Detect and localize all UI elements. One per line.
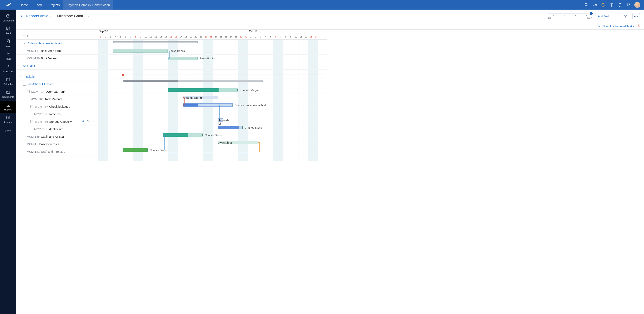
task-title: Brick Veneer bbox=[41, 57, 57, 60]
task-row[interactable]: −MCM-T57Check leakages bbox=[16, 103, 98, 110]
breadcrumb-link[interactable]: Reports view bbox=[26, 14, 48, 18]
drag-handle-icon[interactable]: ⠿ bbox=[92, 119, 95, 124]
task-row[interactable]: MCM-T20Brick Veneer bbox=[16, 55, 98, 62]
nav-finance[interactable]: Finance bbox=[0, 113, 16, 126]
nav-milestones[interactable]: Milestones bbox=[0, 62, 16, 75]
day-label: 11 bbox=[148, 34, 153, 39]
summary-bar[interactable] bbox=[123, 80, 263, 82]
task-row[interactable]: −Insulation bbox=[16, 73, 98, 80]
day-label: 24 bbox=[213, 34, 218, 39]
view-selector[interactable]: Milestone Gantt ▼ bbox=[57, 14, 90, 18]
task-row[interactable]: MCM-T21Draft and Fire stop bbox=[16, 148, 98, 155]
task-row[interactable]: MCM-T5Basement Tiles bbox=[16, 140, 98, 148]
day-label: 6 bbox=[273, 34, 278, 39]
task-row[interactable]: −Exterior Finishes- All tasks bbox=[16, 39, 98, 47]
collapse-toggle[interactable]: − bbox=[27, 90, 30, 93]
timeline[interactable]: Sep '18Oct '18 1234567891011121314151617… bbox=[98, 29, 644, 314]
gantt-bar[interactable]: Avinash M bbox=[218, 141, 258, 144]
app-logo[interactable] bbox=[0, 2, 16, 7]
task-id: MCM-T57 bbox=[35, 105, 48, 108]
day-label: 17 bbox=[178, 34, 183, 39]
add-task-link[interactable]: Add Task bbox=[23, 64, 35, 67]
svg-point-2 bbox=[596, 4, 596, 5]
tab-project-daymart[interactable]: Daymart Complex Construction bbox=[63, 0, 113, 9]
day-label: 6 bbox=[123, 34, 128, 39]
more-button[interactable]: ••• bbox=[632, 13, 640, 19]
task-id: MCM-T72 bbox=[34, 112, 47, 116]
nav-documents[interactable]: Documents bbox=[0, 88, 16, 100]
gamepad-icon[interactable] bbox=[593, 3, 597, 7]
nav-reports[interactable]: Reports bbox=[0, 101, 16, 113]
timeline-row bbox=[98, 62, 328, 70]
task-row[interactable]: MCM-T35Caulk and Air seal bbox=[16, 133, 98, 140]
tab-projects[interactable]: Projects bbox=[45, 0, 63, 9]
nav-feed-label: Feed bbox=[6, 32, 11, 34]
avatar[interactable] bbox=[634, 2, 640, 8]
gantt-bar[interactable]: Charles Stone, Avinash M bbox=[183, 103, 233, 107]
bar-label: Steve Banks bbox=[200, 57, 215, 60]
summary-bar[interactable] bbox=[113, 41, 198, 42]
day-label: 23 bbox=[208, 34, 213, 39]
view-name: Milestone Gantt bbox=[57, 14, 83, 18]
bell-icon[interactable] bbox=[618, 3, 622, 7]
task-id: MCM-T5 bbox=[27, 143, 38, 146]
day-label: 2 bbox=[103, 34, 108, 39]
task-row[interactable]: −Insulation- All tasks bbox=[16, 80, 98, 88]
day-label: 13 bbox=[158, 34, 163, 39]
collapse-toggle[interactable]: − bbox=[30, 105, 33, 108]
task-row[interactable]: MCM-T60Tank Material bbox=[16, 95, 98, 103]
gear-icon[interactable] bbox=[637, 24, 640, 28]
scroll-unscheduled-link[interactable]: Scroll to Unscheduled Tasks bbox=[597, 24, 634, 28]
gantt-bar[interactable]: Charles Stone bbox=[163, 133, 203, 137]
gantt-bar[interactable]: Charles Stone bbox=[123, 148, 148, 152]
task-title: Insulation bbox=[24, 75, 36, 78]
collapse-toggle[interactable]: − bbox=[23, 83, 26, 86]
day-label: 12 bbox=[153, 34, 158, 39]
task-title: Overhead Tank bbox=[46, 90, 65, 93]
filter-button[interactable] bbox=[622, 13, 630, 19]
timeline-row: Charles Stone bbox=[98, 146, 328, 154]
add-task-dropdown[interactable]: ▼ bbox=[613, 15, 619, 17]
collapse-toggle[interactable]: − bbox=[30, 120, 33, 123]
nav-issues[interactable]: Issues bbox=[0, 50, 16, 62]
add-task-button[interactable]: Add Task ▼ bbox=[595, 13, 619, 19]
search-icon[interactable] bbox=[584, 3, 588, 7]
task-row[interactable]: MCM-T17Brick Arch forms bbox=[16, 47, 98, 55]
task-row[interactable]: −MCM-T14Overhead Tank bbox=[16, 88, 98, 95]
zoom-slider[interactable]: FITMAX bbox=[548, 13, 592, 19]
nav-feed[interactable]: Feed bbox=[0, 24, 16, 37]
task-title: Brick Arch forms bbox=[41, 49, 62, 52]
gantt-bar[interactable]: Steve Banks bbox=[168, 57, 198, 60]
collapse-toggle[interactable]: − bbox=[23, 42, 26, 45]
nav-dashboard[interactable]: Dashboard bbox=[0, 12, 16, 24]
gantt-bar[interactable]: Avinash M bbox=[218, 118, 223, 122]
tab-home[interactable]: Home bbox=[16, 0, 31, 9]
timeline-row bbox=[98, 109, 328, 116]
nav-issues-label: Issues bbox=[5, 57, 12, 60]
tools-icon[interactable] bbox=[626, 3, 630, 7]
svg-point-0 bbox=[585, 3, 587, 6]
collapse-toggle[interactable]: − bbox=[19, 75, 22, 78]
day-label: 14 bbox=[163, 34, 168, 39]
back-icon[interactable] bbox=[20, 14, 24, 18]
zoom-knob[interactable] bbox=[590, 12, 593, 15]
gantt-bar[interactable]: Charles Stone bbox=[218, 126, 243, 129]
nav-calendar[interactable]: Calendar bbox=[0, 75, 16, 87]
nav-tasks[interactable]: Tasks bbox=[0, 37, 16, 49]
task-row[interactable]: MCM-T73Identify site bbox=[16, 125, 98, 133]
nav-dashboard-label: Dashboard bbox=[2, 19, 14, 22]
gantt-bar[interactable]: Steve Banks bbox=[113, 49, 168, 52]
gantt-bar[interactable]: Charles Stone bbox=[183, 96, 218, 99]
task-row[interactable]: Add Task bbox=[16, 62, 98, 70]
gantt-bar[interactable]: Eduardo Vargas bbox=[168, 88, 238, 92]
clock-icon[interactable] bbox=[601, 3, 605, 7]
day-label: 29 bbox=[238, 34, 243, 39]
task-row[interactable]: MCM-T72Force test bbox=[16, 110, 98, 118]
nav-more[interactable]: ○○○ bbox=[0, 127, 16, 134]
add-subtask-icon[interactable]: + bbox=[82, 119, 84, 124]
tab-feed[interactable]: Feed bbox=[31, 0, 45, 9]
task-row[interactable]: −MCM-T56Storage Capacity+⠿ bbox=[16, 118, 98, 125]
link-task-icon[interactable] bbox=[87, 119, 90, 124]
add-icon[interactable] bbox=[610, 3, 614, 7]
timeline-row bbox=[98, 39, 328, 47]
